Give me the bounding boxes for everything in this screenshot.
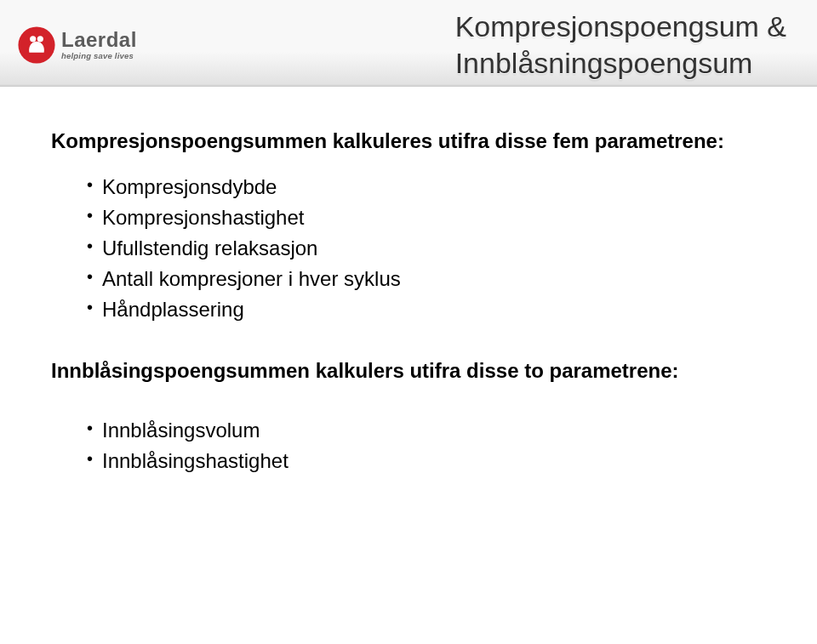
section-heading-1: Kompresjonspoengsummen kalkuleres utifra… bbox=[51, 129, 766, 153]
slide-body: Kompresjonspoengsummen kalkuleres utifra… bbox=[0, 87, 817, 476]
spacer bbox=[51, 402, 766, 415]
brand-name: Laerdal bbox=[61, 29, 137, 50]
slide-header: Laerdal helping save lives Kompresjonspo… bbox=[0, 0, 817, 87]
bullet-list-2: Innblåsingsvolum Innblåsingshastighet bbox=[51, 415, 766, 476]
list-item: Kompresjonsdybde bbox=[87, 172, 766, 202]
list-item: Ufullstendig relaksasjon bbox=[87, 233, 766, 264]
brand-text: Laerdal helping save lives bbox=[61, 29, 137, 60]
laerdal-icon bbox=[17, 26, 56, 65]
brand-tagline: helping save lives bbox=[61, 52, 137, 60]
title-line-2: Innblåsningspoengsum bbox=[455, 45, 786, 82]
list-item: Innblåsingsvolum bbox=[87, 415, 766, 446]
list-item: Kompresjonshastighet bbox=[87, 202, 766, 233]
svg-point-2 bbox=[37, 36, 43, 42]
title-line-1: Kompresjonspoengsum & bbox=[455, 9, 786, 45]
list-item: Innblåsingshastighet bbox=[87, 446, 766, 476]
section-heading-2: Innblåsingspoengsummen kalkulers utifra … bbox=[51, 359, 766, 383]
svg-point-1 bbox=[30, 36, 36, 42]
list-item: Håndplassering bbox=[87, 294, 766, 325]
brand-logo: Laerdal helping save lives bbox=[17, 26, 137, 65]
list-item: Antall kompresjoner i hver syklus bbox=[87, 264, 766, 294]
slide-title: Kompresjonspoengsum & Innblåsningspoengs… bbox=[455, 9, 786, 81]
bullet-list-1: Kompresjonsdybde Kompresjonshastighet Uf… bbox=[51, 172, 766, 325]
